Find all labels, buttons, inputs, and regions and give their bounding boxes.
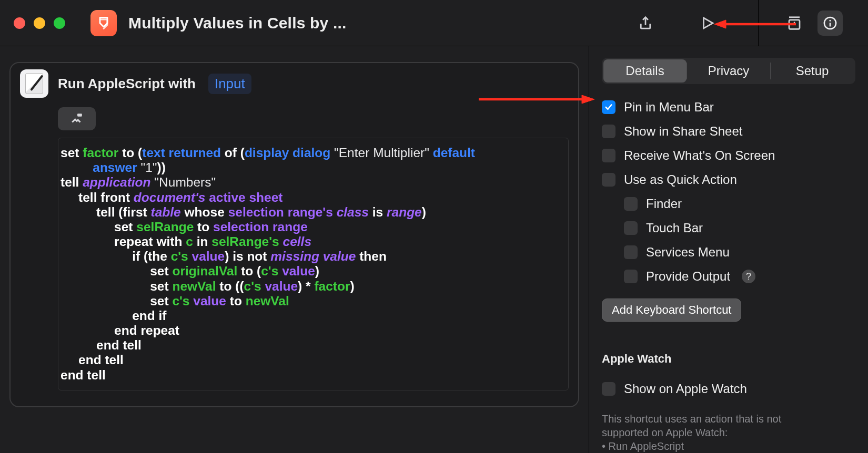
section-apple-watch: Apple Watch [602, 352, 855, 366]
tab-setup[interactable]: Setup [771, 59, 854, 83]
titlebar: Multiply Values in Cells by ... [0, 0, 868, 46]
quick-action-sub-options: Finder Touch Bar Services Menu Provide O… [602, 197, 855, 284]
label-pin-menu-bar: Pin in Menu Bar [624, 100, 714, 115]
checkbox-show-apple-watch[interactable] [602, 382, 615, 396]
tab-details[interactable]: Details [603, 59, 687, 83]
checkbox-qa-finder[interactable] [624, 197, 638, 211]
info-button[interactable] [817, 11, 843, 36]
label-receive-on-screen: Receive What's On Screen [624, 148, 775, 163]
apple-watch-note: This shortcut uses an action that is not… [602, 412, 855, 453]
option-pin-menu-bar[interactable]: Pin in Menu Bar [602, 100, 855, 115]
checkbox-pin-menu-bar[interactable] [602, 100, 615, 114]
label-show-share-sheet: Show in Share Sheet [624, 124, 742, 139]
library-button[interactable] [783, 12, 806, 35]
svg-point-2 [829, 19, 831, 21]
action-title: Run AppleScript with [58, 76, 196, 92]
checkbox-quick-action[interactable] [602, 173, 615, 187]
label-show-apple-watch: Show on Apple Watch [624, 382, 747, 396]
run-button[interactable] [696, 12, 719, 35]
add-keyboard-shortcut-button[interactable]: Add Keyboard Shortcut [602, 298, 741, 322]
minimize-window-button[interactable] [34, 17, 45, 29]
input-token[interactable]: Input [208, 74, 251, 94]
checkbox-show-share-sheet[interactable] [602, 125, 615, 138]
window-title: Multiply Values in Cells by ... [128, 14, 347, 32]
label-qa-touchbar: Touch Bar [646, 221, 703, 235]
share-button[interactable] [634, 12, 657, 35]
option-show-apple-watch[interactable]: Show on Apple Watch [602, 382, 855, 396]
option-qa-touchbar[interactable]: Touch Bar [624, 221, 855, 235]
checkbox-qa-output[interactable] [624, 270, 638, 283]
tab-privacy[interactable]: Privacy [687, 59, 770, 83]
checkbox-receive-on-screen[interactable] [602, 149, 615, 162]
content-area: Run AppleScript with Input set factor to… [0, 46, 868, 453]
details-options: Pin in Menu Bar Show in Share Sheet Rece… [602, 100, 855, 453]
script-content[interactable]: set factor to (text returned of (display… [60, 146, 559, 383]
checkbox-qa-touchbar[interactable] [624, 221, 638, 235]
toolbar-divider [758, 0, 759, 46]
action-header: Run AppleScript with Input [11, 63, 578, 104]
option-quick-action[interactable]: Use as Quick Action [602, 172, 855, 187]
inspector-panel: Details Privacy Setup Pin in Menu Bar Sh… [589, 46, 868, 453]
label-qa-finder: Finder [646, 197, 682, 211]
label-qa-services: Services Menu [646, 245, 730, 260]
label-qa-output: Provide Output [646, 269, 730, 284]
option-qa-finder[interactable]: Finder [624, 197, 855, 211]
compile-button[interactable] [58, 107, 96, 130]
zoom-window-button[interactable] [54, 17, 65, 29]
checkbox-qa-services[interactable] [624, 245, 638, 259]
option-qa-services[interactable]: Services Menu [624, 245, 855, 260]
option-receive-on-screen[interactable]: Receive What's On Screen [602, 148, 855, 163]
inspector-tabs[interactable]: Details Privacy Setup [602, 58, 855, 84]
window-controls [14, 17, 65, 29]
label-quick-action: Use as Quick Action [624, 172, 737, 187]
workflow-canvas[interactable]: Run AppleScript with Input set factor to… [0, 46, 589, 453]
script-editor[interactable]: set factor to (text returned of (display… [58, 138, 569, 390]
applescript-icon [20, 69, 48, 98]
action-run-applescript[interactable]: Run AppleScript with Input set factor to… [9, 62, 579, 407]
close-window-button[interactable] [14, 17, 25, 29]
option-qa-output[interactable]: Provide Output ? [624, 269, 855, 284]
shortcut-app-icon [90, 10, 117, 36]
svg-rect-5 [77, 114, 82, 116]
option-show-share-sheet[interactable]: Show in Share Sheet [602, 124, 855, 139]
help-icon[interactable]: ? [742, 270, 755, 283]
